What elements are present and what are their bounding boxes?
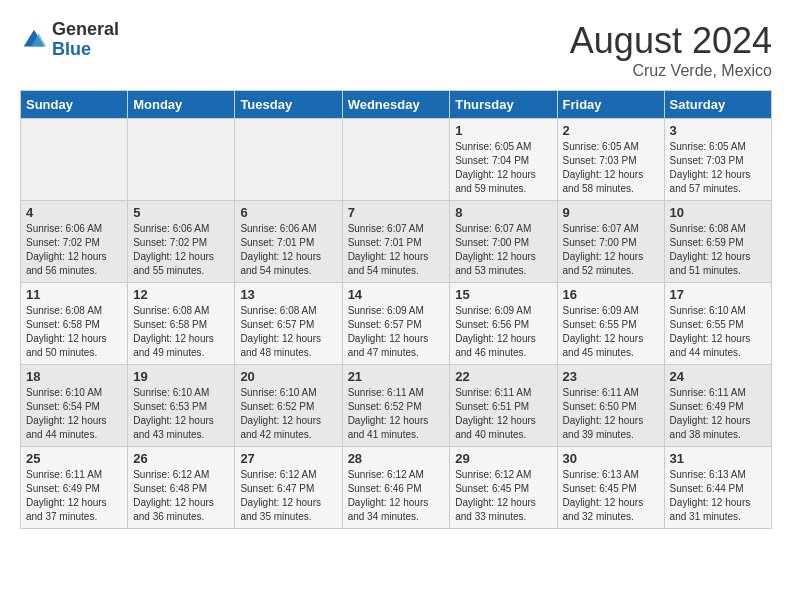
cell-info: Sunrise: 6:05 AM Sunset: 7:03 PM Dayligh…	[670, 140, 766, 196]
cell-info: Sunrise: 6:07 AM Sunset: 7:00 PM Dayligh…	[455, 222, 551, 278]
weekday-header: Thursday	[450, 91, 557, 119]
cell-info: Sunrise: 6:08 AM Sunset: 6:58 PM Dayligh…	[133, 304, 229, 360]
calendar-cell: 9Sunrise: 6:07 AM Sunset: 7:00 PM Daylig…	[557, 201, 664, 283]
calendar-header: SundayMondayTuesdayWednesdayThursdayFrid…	[21, 91, 772, 119]
calendar-cell: 12Sunrise: 6:08 AM Sunset: 6:58 PM Dayli…	[128, 283, 235, 365]
cell-info: Sunrise: 6:06 AM Sunset: 7:01 PM Dayligh…	[240, 222, 336, 278]
cell-info: Sunrise: 6:05 AM Sunset: 7:04 PM Dayligh…	[455, 140, 551, 196]
weekday-header: Wednesday	[342, 91, 450, 119]
cell-info: Sunrise: 6:12 AM Sunset: 6:47 PM Dayligh…	[240, 468, 336, 524]
calendar-cell: 6Sunrise: 6:06 AM Sunset: 7:01 PM Daylig…	[235, 201, 342, 283]
calendar-cell: 8Sunrise: 6:07 AM Sunset: 7:00 PM Daylig…	[450, 201, 557, 283]
logo-icon	[20, 26, 48, 54]
calendar-cell: 19Sunrise: 6:10 AM Sunset: 6:53 PM Dayli…	[128, 365, 235, 447]
day-number: 21	[348, 369, 445, 384]
weekday-header: Saturday	[664, 91, 771, 119]
day-number: 27	[240, 451, 336, 466]
cell-info: Sunrise: 6:09 AM Sunset: 6:57 PM Dayligh…	[348, 304, 445, 360]
calendar-cell: 3Sunrise: 6:05 AM Sunset: 7:03 PM Daylig…	[664, 119, 771, 201]
page-header: General Blue August 2024 Cruz Verde, Mex…	[20, 20, 772, 80]
logo-blue: Blue	[52, 40, 119, 60]
header-row: SundayMondayTuesdayWednesdayThursdayFrid…	[21, 91, 772, 119]
cell-info: Sunrise: 6:12 AM Sunset: 6:46 PM Dayligh…	[348, 468, 445, 524]
calendar-cell: 5Sunrise: 6:06 AM Sunset: 7:02 PM Daylig…	[128, 201, 235, 283]
cell-info: Sunrise: 6:07 AM Sunset: 7:00 PM Dayligh…	[563, 222, 659, 278]
cell-info: Sunrise: 6:11 AM Sunset: 6:49 PM Dayligh…	[670, 386, 766, 442]
cell-info: Sunrise: 6:08 AM Sunset: 6:57 PM Dayligh…	[240, 304, 336, 360]
calendar-cell	[342, 119, 450, 201]
cell-info: Sunrise: 6:11 AM Sunset: 6:49 PM Dayligh…	[26, 468, 122, 524]
cell-info: Sunrise: 6:10 AM Sunset: 6:53 PM Dayligh…	[133, 386, 229, 442]
calendar-body: 1Sunrise: 6:05 AM Sunset: 7:04 PM Daylig…	[21, 119, 772, 529]
calendar-week-row: 25Sunrise: 6:11 AM Sunset: 6:49 PM Dayli…	[21, 447, 772, 529]
day-number: 18	[26, 369, 122, 384]
day-number: 29	[455, 451, 551, 466]
calendar-cell: 27Sunrise: 6:12 AM Sunset: 6:47 PM Dayli…	[235, 447, 342, 529]
weekday-header: Friday	[557, 91, 664, 119]
calendar-cell	[128, 119, 235, 201]
calendar-week-row: 4Sunrise: 6:06 AM Sunset: 7:02 PM Daylig…	[21, 201, 772, 283]
day-number: 7	[348, 205, 445, 220]
weekday-header: Tuesday	[235, 91, 342, 119]
day-number: 14	[348, 287, 445, 302]
calendar-cell: 10Sunrise: 6:08 AM Sunset: 6:59 PM Dayli…	[664, 201, 771, 283]
logo: General Blue	[20, 20, 119, 60]
day-number: 9	[563, 205, 659, 220]
calendar-cell: 20Sunrise: 6:10 AM Sunset: 6:52 PM Dayli…	[235, 365, 342, 447]
calendar-week-row: 18Sunrise: 6:10 AM Sunset: 6:54 PM Dayli…	[21, 365, 772, 447]
day-number: 15	[455, 287, 551, 302]
calendar-cell: 31Sunrise: 6:13 AM Sunset: 6:44 PM Dayli…	[664, 447, 771, 529]
cell-info: Sunrise: 6:11 AM Sunset: 6:51 PM Dayligh…	[455, 386, 551, 442]
day-number: 12	[133, 287, 229, 302]
calendar-cell: 30Sunrise: 6:13 AM Sunset: 6:45 PM Dayli…	[557, 447, 664, 529]
day-number: 16	[563, 287, 659, 302]
cell-info: Sunrise: 6:13 AM Sunset: 6:45 PM Dayligh…	[563, 468, 659, 524]
day-number: 24	[670, 369, 766, 384]
logo-general: General	[52, 20, 119, 40]
calendar-cell: 4Sunrise: 6:06 AM Sunset: 7:02 PM Daylig…	[21, 201, 128, 283]
day-number: 25	[26, 451, 122, 466]
title-block: August 2024 Cruz Verde, Mexico	[570, 20, 772, 80]
cell-info: Sunrise: 6:06 AM Sunset: 7:02 PM Dayligh…	[133, 222, 229, 278]
day-number: 2	[563, 123, 659, 138]
day-number: 20	[240, 369, 336, 384]
weekday-header: Monday	[128, 91, 235, 119]
cell-info: Sunrise: 6:05 AM Sunset: 7:03 PM Dayligh…	[563, 140, 659, 196]
calendar-cell: 13Sunrise: 6:08 AM Sunset: 6:57 PM Dayli…	[235, 283, 342, 365]
calendar-cell: 26Sunrise: 6:12 AM Sunset: 6:48 PM Dayli…	[128, 447, 235, 529]
calendar-cell: 14Sunrise: 6:09 AM Sunset: 6:57 PM Dayli…	[342, 283, 450, 365]
cell-info: Sunrise: 6:10 AM Sunset: 6:55 PM Dayligh…	[670, 304, 766, 360]
cell-info: Sunrise: 6:13 AM Sunset: 6:44 PM Dayligh…	[670, 468, 766, 524]
logo-text: General Blue	[52, 20, 119, 60]
day-number: 8	[455, 205, 551, 220]
day-number: 23	[563, 369, 659, 384]
calendar-cell	[21, 119, 128, 201]
day-number: 1	[455, 123, 551, 138]
calendar-cell: 16Sunrise: 6:09 AM Sunset: 6:55 PM Dayli…	[557, 283, 664, 365]
calendar-cell	[235, 119, 342, 201]
calendar-week-row: 1Sunrise: 6:05 AM Sunset: 7:04 PM Daylig…	[21, 119, 772, 201]
calendar-cell: 25Sunrise: 6:11 AM Sunset: 6:49 PM Dayli…	[21, 447, 128, 529]
weekday-header: Sunday	[21, 91, 128, 119]
day-number: 31	[670, 451, 766, 466]
calendar-table: SundayMondayTuesdayWednesdayThursdayFrid…	[20, 90, 772, 529]
cell-info: Sunrise: 6:11 AM Sunset: 6:50 PM Dayligh…	[563, 386, 659, 442]
calendar-cell: 18Sunrise: 6:10 AM Sunset: 6:54 PM Dayli…	[21, 365, 128, 447]
cell-info: Sunrise: 6:06 AM Sunset: 7:02 PM Dayligh…	[26, 222, 122, 278]
calendar-cell: 24Sunrise: 6:11 AM Sunset: 6:49 PM Dayli…	[664, 365, 771, 447]
main-title: August 2024	[570, 20, 772, 62]
cell-info: Sunrise: 6:08 AM Sunset: 6:59 PM Dayligh…	[670, 222, 766, 278]
day-number: 19	[133, 369, 229, 384]
calendar-cell: 15Sunrise: 6:09 AM Sunset: 6:56 PM Dayli…	[450, 283, 557, 365]
calendar-cell: 7Sunrise: 6:07 AM Sunset: 7:01 PM Daylig…	[342, 201, 450, 283]
cell-info: Sunrise: 6:08 AM Sunset: 6:58 PM Dayligh…	[26, 304, 122, 360]
cell-info: Sunrise: 6:10 AM Sunset: 6:52 PM Dayligh…	[240, 386, 336, 442]
calendar-cell: 29Sunrise: 6:12 AM Sunset: 6:45 PM Dayli…	[450, 447, 557, 529]
calendar-cell: 17Sunrise: 6:10 AM Sunset: 6:55 PM Dayli…	[664, 283, 771, 365]
day-number: 26	[133, 451, 229, 466]
day-number: 10	[670, 205, 766, 220]
calendar-cell: 11Sunrise: 6:08 AM Sunset: 6:58 PM Dayli…	[21, 283, 128, 365]
day-number: 30	[563, 451, 659, 466]
day-number: 17	[670, 287, 766, 302]
cell-info: Sunrise: 6:12 AM Sunset: 6:48 PM Dayligh…	[133, 468, 229, 524]
